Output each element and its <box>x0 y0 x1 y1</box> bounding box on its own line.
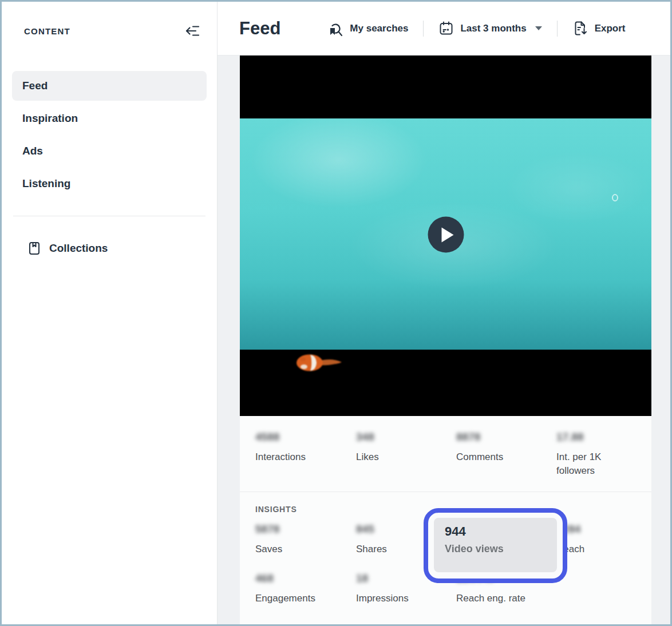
sidebar-nav: Feed Inspiration Ads Listening Collec <box>2 71 217 263</box>
collections-label: Collections <box>49 242 108 255</box>
export-button[interactable]: Export <box>572 20 626 37</box>
sidebar: CONTENT Feed Inspiration <box>2 2 218 624</box>
stat-value-blurred: 845 <box>356 523 374 537</box>
stat-label: Reach eng. rate <box>456 592 556 605</box>
page-header: Feed My searches <box>218 2 670 56</box>
stat-label: Engagements <box>255 592 356 605</box>
stat-engagements: 468 Engagements <box>255 572 356 605</box>
sidebar-header: CONTENT <box>2 2 217 39</box>
content-scroll-area[interactable]: 4588 Interactions 348 Likes 8878 Comment… <box>218 56 670 624</box>
collections-icon <box>27 241 42 256</box>
stat-comments: 8878 Comments <box>456 431 556 492</box>
stat-value-blurred: 348 <box>356 431 374 445</box>
sidebar-item-listening[interactable]: Listening <box>12 169 207 199</box>
clownfish <box>295 350 344 375</box>
sidebar-item-feed[interactable]: Feed <box>12 71 207 101</box>
sidebar-item-inspiration[interactable]: Inspiration <box>12 104 207 133</box>
calendar-icon <box>438 21 454 36</box>
video-player[interactable] <box>240 56 651 416</box>
saved-search-icon <box>327 20 343 37</box>
date-range-label: Last 3 months <box>460 23 526 34</box>
sidebar-item-collections[interactable]: Collections <box>12 233 207 263</box>
video-views-value: 944 <box>445 524 557 539</box>
stat-label: Reach <box>556 542 651 556</box>
sidebar-section-label: CONTENT <box>24 26 70 36</box>
video-views-highlight-panel: 944 Video views <box>434 518 557 572</box>
stat-value-blurred: 8878 <box>456 431 480 445</box>
post-stats-row: 4588 Interactions 348 Likes 8878 Comment… <box>240 416 651 492</box>
app-window: CONTENT Feed Inspiration <box>2 2 670 624</box>
chevron-down-icon <box>535 26 542 30</box>
header-divider <box>557 21 558 37</box>
insights-section: INSIGHTS 5878 Saves 845 Shares 1284 <box>240 492 651 624</box>
stat-label: Int. per 1K followers <box>556 450 620 478</box>
stat-value-blurred: 17.88 <box>556 431 584 445</box>
collapse-sidebar-button[interactable] <box>184 22 201 39</box>
stat-label: Comments <box>456 450 556 464</box>
stat-label: Impressions <box>356 592 456 605</box>
sidebar-item-ads[interactable]: Ads <box>12 136 207 166</box>
video-views-label: Video views <box>445 543 557 555</box>
stat-likes: 348 Likes <box>356 431 456 492</box>
my-searches-label: My searches <box>350 23 408 34</box>
stat-value-blurred: 5878 <box>255 523 279 537</box>
export-label: Export <box>595 23 626 34</box>
page-title: Feed <box>239 18 280 39</box>
main-area: Feed My searches <box>218 2 670 624</box>
stat-label: Interactions <box>255 450 356 464</box>
sidebar-item-label: Feed <box>22 80 48 92</box>
my-searches-button[interactable]: My searches <box>327 20 408 37</box>
stat-interactions: 4588 Interactions <box>255 431 356 492</box>
stat-int-per-1k: 17.88 Int. per 1K followers <box>556 431 651 492</box>
date-range-dropdown[interactable]: Last 3 months <box>438 21 541 36</box>
stat-label: Saves <box>255 542 356 556</box>
play-icon <box>441 227 453 242</box>
stat-value-blurred: 18 <box>356 572 368 586</box>
sidebar-item-label: Ads <box>22 145 43 157</box>
bubble <box>612 194 618 201</box>
stat-value-blurred: 4588 <box>255 431 279 445</box>
sidebar-item-label: Inspiration <box>22 112 78 125</box>
sidebar-divider <box>13 216 205 216</box>
stat-label: Likes <box>356 450 456 464</box>
export-icon <box>572 20 588 37</box>
header-divider <box>423 21 424 37</box>
video-views-highlight-box[interactable]: 944 Video views <box>424 508 567 583</box>
stat-saves: 5878 Saves <box>255 523 356 556</box>
stat-reach: 1284 Reach <box>556 523 651 556</box>
collapse-sidebar-icon <box>184 23 200 39</box>
sidebar-item-label: Listening <box>22 177 70 190</box>
play-button[interactable] <box>428 217 464 253</box>
stat-value-blurred: 468 <box>255 572 274 586</box>
post-card: 4588 Interactions 348 Likes 8878 Comment… <box>240 56 651 624</box>
